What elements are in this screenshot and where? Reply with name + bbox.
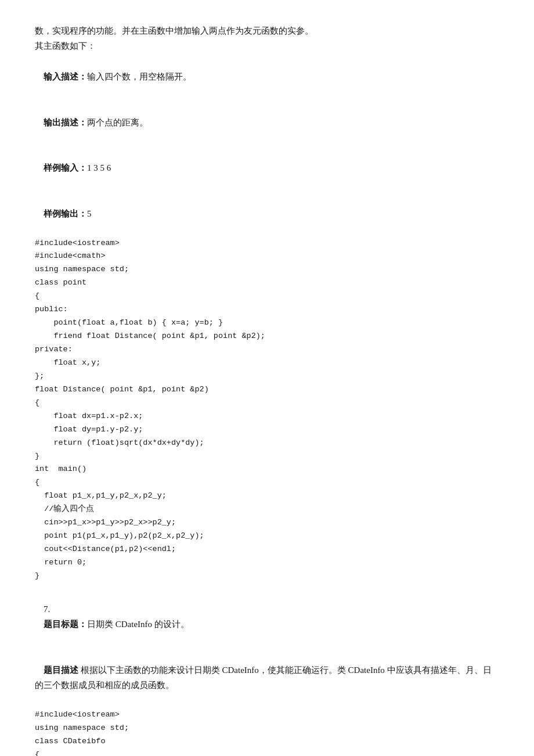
sample-input-label: 样例输入： (44, 163, 87, 172)
output-desc-label: 输出描述： (44, 118, 87, 127)
output-desc-line: 输出描述：两个点的距离。 (35, 99, 499, 145)
input-desc-text: 输入四个数，用空格隔开。 (87, 72, 192, 81)
section7-title-text: 日期类 CDateInfo 的设计。 (87, 620, 189, 629)
sample-output-text: 5 (87, 209, 92, 218)
code-block-1: #include<iostream> #include<cmath> using… (35, 237, 499, 583)
sample-input-line: 样例输入：1 3 5 6 (35, 145, 499, 191)
page-content: 数，实现程序的功能。并在主函数中增加输入两点作为友元函数的实参。 其主函数如下：… (35, 23, 499, 756)
input-desc-line: 输入描述：输入四个数，用空格隔开。 (35, 54, 499, 100)
section7-title-line: 7. 题目标题：日期类 CDateInfo 的设计。 (35, 586, 499, 647)
section7-title-label: 题目标题： (44, 620, 87, 629)
section7-desc-line: 题目描述 根据以下主函数的功能来设计日期类 CDateInfo，使其能正确运行。… (35, 647, 499, 708)
sample-output-line: 样例输出：5 (35, 191, 499, 237)
sample-input-text: 1 3 5 6 (87, 163, 111, 172)
sample-output-label: 样例输出： (44, 209, 87, 218)
intro-line-1: 数，实现程序的功能。并在主函数中增加输入两点作为友元函数的实参。 (35, 23, 499, 38)
section7-num: 7. (44, 604, 50, 614)
section7-desc-text: 根据以下主函数的功能来设计日期类 CDateInfo，使其能正确运行。类 CDa… (35, 665, 492, 690)
section7-desc-label: 题目描述 (44, 665, 78, 675)
intro-line-2: 其主函数如下： (35, 38, 499, 53)
output-desc-text: 两个点的距离。 (87, 118, 148, 127)
code-block-2: #include<iostream> using namespace std; … (35, 708, 499, 756)
input-desc-label: 输入描述： (44, 72, 87, 81)
